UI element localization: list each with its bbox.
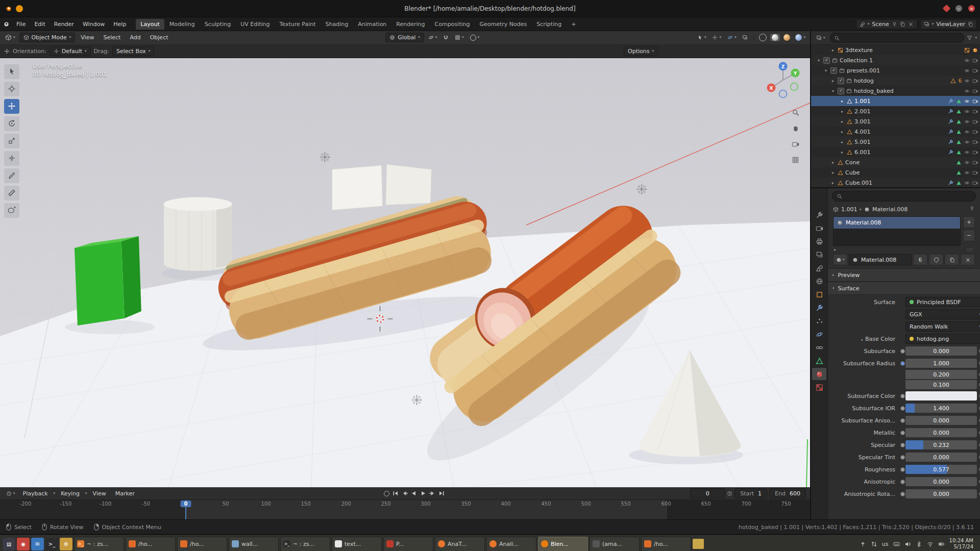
launcher-files-icon[interactable]: ▤ (3, 538, 15, 550)
subsurface-anisotropy-field[interactable]: 0.000 (905, 416, 977, 425)
battery-icon[interactable] (938, 541, 945, 547)
transform-orientation-dropdown[interactable]: Global ▾ (385, 33, 424, 42)
hide-icon[interactable] (964, 149, 970, 155)
collection-checkbox[interactable]: ✓ (838, 88, 844, 94)
render-visibility-icon[interactable] (972, 58, 978, 63)
minimize-button[interactable]: – (955, 5, 962, 12)
new-material-button[interactable] (945, 254, 959, 265)
preview-section-header[interactable]: ▸Preview (828, 268, 980, 282)
end-frame-field[interactable]: End600 (769, 488, 806, 498)
start-frame-field[interactable]: Start1 (734, 488, 767, 498)
timeline-editor-type-button[interactable]: ▾ (4, 490, 17, 497)
browse-material-button[interactable]: ▾ (833, 254, 847, 265)
subsurface-field[interactable]: 0.000 (905, 346, 977, 356)
transform-tool[interactable] (4, 151, 19, 166)
specular-slider[interactable]: 0.232 (905, 440, 977, 449)
tab-layout[interactable]: Layout (136, 19, 164, 30)
distribution-dropdown[interactable]: GGX▾ (905, 309, 980, 319)
breadcrumb-material[interactable]: Material.008 (872, 206, 908, 213)
add-cube-tool[interactable] (4, 203, 19, 218)
taskbar-window-files-2[interactable]: /ho... (177, 537, 227, 551)
jump-to-start-button[interactable] (393, 490, 399, 496)
anisotropic-field[interactable]: 0.000 (905, 477, 977, 486)
shading-wireframe-button[interactable] (757, 33, 768, 42)
cube-object[interactable] (75, 236, 141, 325)
hide-icon[interactable] (964, 170, 970, 176)
disclosure-icon[interactable]: ▾ (823, 68, 828, 73)
render-visibility-icon[interactable] (972, 139, 978, 145)
subsurface-radius-x-field[interactable]: 1.000 (905, 359, 977, 368)
proportional-editing-button[interactable]: ▾ (468, 34, 482, 42)
render-visibility-icon[interactable] (972, 119, 978, 124)
tab-constraints[interactable] (812, 341, 826, 354)
outliner-row-2-001[interactable]: ▸ 2.001 (811, 106, 980, 116)
view-layer-selector[interactable]: ▾ ViewLayer (920, 19, 977, 29)
xray-toggle-button[interactable] (740, 34, 750, 41)
disclosure-icon[interactable]: ▸ (840, 99, 845, 104)
pivot-point-button[interactable]: ▾ (426, 34, 439, 41)
bluetooth-icon[interactable] (916, 541, 922, 547)
current-frame-field[interactable]: 0 (690, 488, 725, 498)
tab-view-layer[interactable] (812, 248, 826, 261)
outliner-row-cube-001[interactable]: ▸ Cube.001 (811, 178, 980, 187)
scene-selector[interactable]: ▾ Scene (856, 19, 917, 29)
zoom-button[interactable] (790, 107, 801, 118)
3d-viewport[interactable]: User Perspective (0) hotdog_baked | 1.00… (0, 58, 810, 487)
disclosure-icon[interactable]: ▸ (830, 48, 836, 53)
unpin-icon[interactable] (892, 21, 897, 27)
editor-type-button[interactable]: ▾ (3, 33, 17, 42)
move-tool[interactable] (4, 99, 19, 114)
tab-object-data[interactable] (812, 355, 826, 367)
hide-icon[interactable] (964, 139, 970, 145)
show-gizmo-button[interactable]: ▾ (710, 34, 723, 41)
subsurface-color-swatch[interactable] (905, 391, 977, 400)
remove-material-slot-button[interactable] (963, 230, 975, 241)
slot-list-grip[interactable]: ▸:::: (828, 246, 980, 253)
taskbar-window-files-3[interactable]: /ho... (641, 537, 691, 551)
plane-object[interactable] (386, 164, 432, 205)
tab-scripting[interactable]: Scripting (532, 19, 566, 30)
scale-tool[interactable] (4, 134, 19, 148)
collection-checkbox[interactable]: ✓ (830, 67, 837, 74)
disclosure-icon[interactable]: ▸ (840, 150, 845, 155)
subsurface-ior-slider[interactable]: 1.400 (905, 404, 977, 413)
outliner-row-presets-001[interactable]: ▾ ✓ presets.001 (811, 65, 980, 76)
menu-edit[interactable]: Edit (30, 19, 49, 29)
volume-icon[interactable] (904, 541, 911, 547)
taskbar-window-firefox-1[interactable]: AnaT... (435, 537, 485, 551)
tab-modeling[interactable]: Modeling (165, 19, 200, 30)
outliner-row-cube[interactable]: ▸ Cube (811, 167, 980, 178)
keyboard-layout[interactable]: us (882, 541, 889, 547)
disclosure-icon[interactable]: ▾ (816, 58, 821, 63)
outliner-row-4-001[interactable]: ▸ 4.001 (811, 127, 980, 137)
outliner-row-6-001[interactable]: ▸ 6.001 (811, 147, 980, 157)
collection-checkbox[interactable]: ✓ (823, 57, 830, 64)
material-slot-selected[interactable]: Material.008 (834, 217, 960, 229)
menu-marker[interactable]: Marker (112, 489, 138, 498)
tab-texture-paint[interactable]: Texture Paint (275, 19, 321, 30)
render-visibility-icon[interactable] (972, 170, 978, 176)
render-visibility-icon[interactable] (972, 149, 978, 155)
outliner-row-hotdog-baked[interactable]: ▾ ✓ hotdog_baked (811, 86, 980, 96)
taskbar-window-files-1[interactable]: /ho... (126, 537, 176, 551)
gizmo-z-axis[interactable]: Z (781, 64, 785, 69)
gizmo-y-axis[interactable]: Y (793, 70, 797, 76)
outliner-search-field[interactable] (830, 33, 965, 43)
roughness-slider[interactable]: 0.577 (905, 465, 977, 474)
drag-dropdown[interactable]: Select Box▾ (112, 46, 154, 56)
tab-physics[interactable] (812, 328, 826, 340)
tab-world[interactable] (812, 275, 826, 287)
taskbar-window-pdf[interactable]: P... (383, 537, 433, 551)
tab-compositing[interactable]: Compositing (430, 19, 475, 30)
launcher-settings-icon[interactable]: ⚙ (60, 538, 72, 550)
subsurface-radius-z-field[interactable]: 0.100 (905, 380, 977, 389)
selectability-visibility-button[interactable]: ▾ (695, 34, 708, 41)
render-visibility-icon[interactable] (972, 160, 978, 165)
menu-file[interactable]: File (12, 19, 30, 29)
disclosure-icon[interactable]: ▸ (840, 109, 845, 114)
tab-tool[interactable] (812, 209, 826, 221)
tab-object[interactable] (812, 288, 826, 300)
tab-modifiers[interactable] (812, 302, 826, 314)
options-dropdown[interactable]: Options▾ (624, 46, 658, 56)
breadcrumb-object[interactable]: 1.001 (841, 206, 857, 213)
